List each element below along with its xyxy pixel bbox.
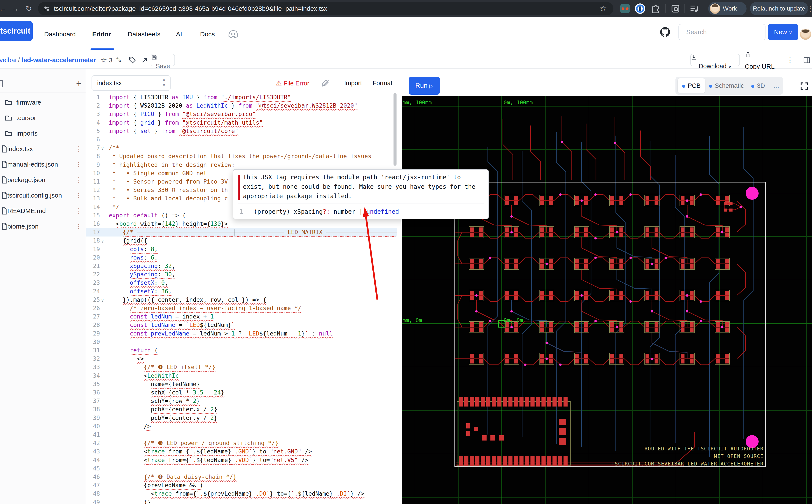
code-line-35[interactable]: 35 name={ledName} bbox=[86, 380, 397, 388]
new-button[interactable]: New ∨ bbox=[768, 24, 798, 40]
code-line-8[interactable]: 8 * Updated board description that fixes… bbox=[86, 152, 397, 161]
file-select[interactable]: index.tsx ∧∨ bbox=[91, 75, 170, 91]
relaunch-button[interactable]: Relaunch to update bbox=[750, 2, 808, 15]
file-kebab-icon[interactable]: ⋮ bbox=[74, 141, 83, 157]
code-line-36[interactable]: 36 schX={col * 3.5 - 24} bbox=[86, 388, 397, 397]
code-line-46[interactable]: 46 {/* ❹ Data daisy-chain */} bbox=[86, 473, 397, 481]
tab-pcb[interactable]: PCB bbox=[678, 78, 705, 93]
search-input[interactable]: Search bbox=[679, 24, 766, 40]
reload-icon[interactable]: ↻ bbox=[25, 0, 32, 17]
code-line-6[interactable]: 6 bbox=[86, 135, 397, 144]
run-button[interactable]: Run ▷ bbox=[409, 77, 440, 95]
tab-3d[interactable]: 3D bbox=[748, 78, 769, 93]
code-line-31[interactable]: 31 return ( bbox=[86, 346, 397, 355]
file-kebab-icon[interactable]: ⋮ bbox=[74, 203, 83, 219]
code-line-41[interactable]: 41 bbox=[86, 430, 397, 439]
tab-schematic[interactable]: Schematic bbox=[707, 78, 747, 93]
discord-icon[interactable] bbox=[228, 30, 238, 38]
code-line-18[interactable]: 18 ∨ {grid({ bbox=[86, 236, 397, 245]
code-line-47[interactable]: 47 {prevLedName && ( bbox=[86, 481, 397, 490]
code-line-33[interactable]: 33 {/* ❶ LED itself */} bbox=[86, 363, 397, 371]
code-line-30[interactable]: 30 bbox=[86, 338, 397, 346]
copy-url-button[interactable]: Copy URL bbox=[745, 51, 775, 69]
github-icon[interactable] bbox=[660, 27, 671, 38]
fullscreen-icon[interactable] bbox=[800, 81, 809, 91]
code-line-25[interactable]: 25 ∨ }).map(({ center, index, row, col }… bbox=[86, 295, 397, 304]
file-kebab-icon[interactable]: ⋮ bbox=[74, 172, 83, 188]
save-button[interactable]: Save bbox=[151, 54, 175, 66]
password-manager-icon[interactable] bbox=[635, 3, 645, 14]
tree-file-manual-edits.json[interactable]: manual-edits.json ⋮ bbox=[0, 157, 86, 172]
url-bar[interactable]: tscircuit.com/editor?package_id=c62659cd… bbox=[38, 2, 614, 15]
back-icon[interactable]: ← bbox=[0, 0, 6, 17]
code-line-32[interactable]: 32 <> bbox=[86, 354, 397, 363]
code-line-9[interactable]: 9 * highlighted in the design review: bbox=[86, 161, 397, 169]
code-line-2[interactable]: 2 import { WS2812B_2020 as LedWithIc } f… bbox=[86, 101, 397, 110]
code-line-19[interactable]: 19 cols: 8, bbox=[86, 245, 397, 254]
tree-file-tscircuit.config.json[interactable]: tscircuit.config.json ⋮ bbox=[0, 188, 86, 203]
editor-scrollbar[interactable] bbox=[394, 93, 397, 166]
file-kebab-icon[interactable]: ⋮ bbox=[74, 188, 83, 203]
forward-icon[interactable]: → bbox=[11, 0, 19, 17]
panel-collapse-icon[interactable] bbox=[0, 80, 3, 87]
tree-folder-firmware[interactable]: firmware bbox=[0, 95, 86, 110]
extension-robot-icon[interactable] bbox=[620, 4, 630, 13]
nav-item-datasheets[interactable]: Datasheets bbox=[128, 17, 160, 51]
code-line-3[interactable]: 3 import { PICO } from "@tsci/seveibar.p… bbox=[86, 110, 397, 118]
file-kebab-icon[interactable]: ⋮ bbox=[74, 157, 83, 172]
nav-item-editor[interactable]: Editor bbox=[92, 17, 111, 51]
fold-caret-icon[interactable]: ∨ bbox=[101, 236, 104, 246]
import-button[interactable]: Import bbox=[344, 75, 362, 91]
code-line-22[interactable]: 22 ySpacing: 30, bbox=[86, 270, 397, 279]
code-line-39[interactable]: 39 pcbY={center.y / 2} bbox=[86, 414, 397, 422]
format-button[interactable]: Format bbox=[373, 75, 392, 91]
pcb-preview-canvas[interactable]: mm, 100mm0m, 100mmmm, 0m0m, 0mROUTED WIT… bbox=[402, 96, 812, 504]
tree-file-README.md[interactable]: README.md ⋮ bbox=[0, 203, 86, 219]
code-line-27[interactable]: 27 const ledNum = index + 1 bbox=[86, 312, 397, 321]
code-line-26[interactable]: 26 /* zero-based index → user-facing 1-b… bbox=[86, 304, 397, 312]
code-editor[interactable]: 1 import { LIS3DHTR as IMU } from "./imp… bbox=[86, 93, 397, 504]
user-avatar[interactable] bbox=[800, 29, 811, 40]
code-line-7[interactable]: 7 ∨ /** bbox=[86, 144, 397, 152]
search-tabs-icon[interactable] bbox=[670, 3, 681, 14]
nav-item-docs[interactable]: Docs bbox=[200, 17, 215, 51]
code-line-38[interactable]: 38 pcbX={center.x / 2} bbox=[86, 405, 397, 414]
tree-file-index.tsx[interactable]: index.tsx ⋮ bbox=[0, 141, 86, 157]
code-line-37[interactable]: 37 schY={row * 2} bbox=[86, 397, 397, 405]
code-line-42[interactable]: 42 {/* ❸ LED power / ground stitching */… bbox=[86, 439, 397, 447]
code-line-24[interactable]: 24 offsetY: 36, bbox=[86, 287, 397, 296]
star-icon[interactable]: ☆ 3 bbox=[101, 51, 112, 69]
nav-item-ai[interactable]: AI bbox=[176, 17, 182, 51]
edit-pencil-icon[interactable]: ✎ bbox=[116, 51, 122, 69]
panel-toggle-icon[interactable] bbox=[803, 56, 811, 64]
playlist-icon[interactable] bbox=[689, 3, 700, 14]
format-disabled-icon[interactable] bbox=[321, 79, 330, 87]
tree-folder-.cursor[interactable]: .cursor bbox=[0, 110, 86, 126]
code-line-40[interactable]: 40 /> bbox=[86, 422, 397, 431]
site-settings-icon[interactable] bbox=[43, 5, 50, 12]
add-file-button[interactable]: + bbox=[74, 77, 84, 90]
fold-caret-icon[interactable]: ∨ bbox=[101, 295, 104, 305]
more-kebab-icon[interactable]: ⋮ bbox=[787, 51, 793, 69]
code-line-5[interactable]: 5 import { sel } from "@tscircuit/core" bbox=[86, 127, 397, 135]
code-line-34[interactable]: 34 <LedWithIc bbox=[86, 371, 397, 380]
code-line-17[interactable]: 17 {/* ─────────────────────────────────… bbox=[86, 228, 397, 237]
fold-caret-icon[interactable]: ∨ bbox=[101, 144, 104, 153]
download-button[interactable]: Download ∨ bbox=[690, 54, 740, 66]
code-line-20[interactable]: 20 rows: 6, bbox=[86, 253, 397, 262]
code-line-49[interactable]: 49 )} bbox=[86, 498, 397, 504]
code-line-43[interactable]: 43 <trace from={`.${ledName} .GND`} to="… bbox=[86, 447, 397, 456]
tab-…[interactable]: … bbox=[770, 78, 783, 93]
tree-folder-imports[interactable]: imports bbox=[0, 126, 86, 141]
fork-share-icon[interactable] bbox=[141, 56, 148, 64]
code-line-21[interactable]: 21 xSpacing: 32, bbox=[86, 262, 397, 270]
code-line-45[interactable]: 45 bbox=[86, 464, 397, 473]
bookmark-star-icon[interactable]: ☆ bbox=[599, 0, 607, 17]
tag-icon[interactable] bbox=[128, 56, 136, 64]
code-line-48[interactable]: 48 <trace from={`.${prevLedName} .DO`} t… bbox=[86, 489, 397, 498]
code-line-4[interactable]: 4 import { grid } from "@tscircuit/math-… bbox=[86, 118, 397, 127]
code-line-28[interactable]: 28 const ledName = `LED${ledNum}` bbox=[86, 321, 397, 329]
breadcrumb-package-link[interactable]: led-water-accelerometer bbox=[22, 56, 96, 63]
code-line-29[interactable]: 29 const prevLedName = ledNum > 1 ? `LED… bbox=[86, 329, 397, 338]
file-kebab-icon[interactable]: ⋮ bbox=[74, 219, 83, 234]
